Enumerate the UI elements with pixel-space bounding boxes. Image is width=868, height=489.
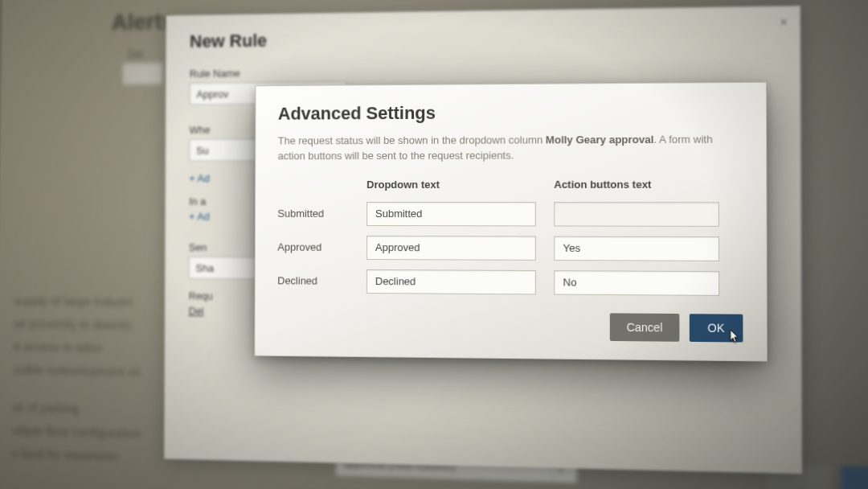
advanced-settings-description: The request status will be shown in the … <box>278 132 733 164</box>
cursor-icon <box>730 329 742 344</box>
ok-button[interactable]: OK <box>690 314 743 342</box>
approved-action-input[interactable]: Yes <box>554 236 719 261</box>
bg-set-label: Set <box>127 45 144 64</box>
new-rule-title: New Rule <box>190 23 774 52</box>
bg-set-input <box>123 63 163 84</box>
ok-button-label: OK <box>707 321 724 335</box>
close-icon[interactable]: × <box>780 15 788 31</box>
advanced-settings-footer: Cancel OK <box>277 310 743 342</box>
advanced-settings-title: Advanced Settings <box>278 101 743 124</box>
rule-name-label: Rule Name <box>190 62 774 80</box>
approved-dropdown-input[interactable]: Approved <box>366 236 536 261</box>
action-buttons-text-header: Action buttons text <box>554 178 719 191</box>
advanced-settings-dialog: Advanced Settings The request status wil… <box>255 82 768 361</box>
dropdown-text-header: Dropdown text <box>366 179 536 192</box>
submitted-action-input[interactable] <box>554 202 719 227</box>
declined-action-input[interactable]: No <box>554 270 719 296</box>
declined-dropdown-input[interactable]: Declined <box>366 269 536 294</box>
submitted-row-label: Submitted <box>277 208 349 220</box>
submitted-dropdown-input[interactable]: Submitted <box>366 202 536 226</box>
adv-desc-column-name: Molly Geary approval <box>546 134 653 146</box>
bg-save-button[interactable] <box>841 466 868 489</box>
approved-row-label: Approved <box>277 241 349 253</box>
cancel-button[interactable]: Cancel <box>610 313 679 341</box>
adv-desc-part1: The request status will be shown in the … <box>278 134 546 146</box>
declined-row-label: Declined <box>277 275 349 287</box>
advanced-settings-grid: Dropdown text Action buttons text Submit… <box>277 178 743 296</box>
